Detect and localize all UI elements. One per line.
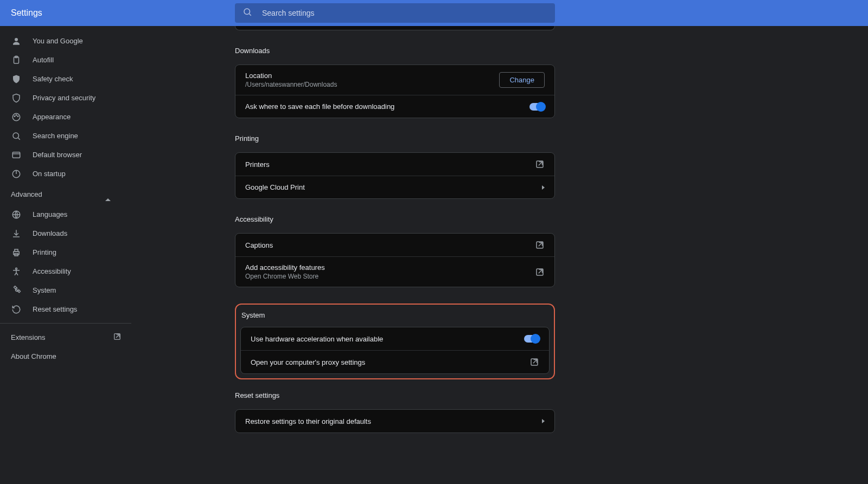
svg-line-32	[539, 243, 542, 247]
sidebar-item-label: System	[33, 286, 131, 294]
sidebar-item-appearance[interactable]: Appearance	[0, 107, 131, 126]
restore-label: Restore settings to their original defau…	[245, 417, 542, 425]
sidebar-item-label: Reset settings	[33, 305, 131, 313]
svg-line-28	[116, 334, 119, 338]
sidebar-item-label: On startup	[33, 170, 131, 178]
svg-point-0	[244, 9, 250, 15]
download-location-row: Location /Users/nateswanner/Downloads Ch…	[235, 65, 554, 95]
restore-icon	[11, 304, 22, 315]
sidebar-item-label: Extensions	[11, 333, 113, 341]
shield-check-icon	[11, 74, 22, 85]
open-in-new-icon	[535, 267, 545, 277]
sidebar-advanced-toggle[interactable]: Advanced	[0, 183, 131, 205]
sidebar-item-about[interactable]: About Chrome	[0, 347, 131, 366]
sidebar-item-accessibility[interactable]: Accessibility	[0, 262, 131, 281]
restore-defaults-row[interactable]: Restore settings to their original defau…	[235, 410, 554, 433]
reset-card: Restore settings to their original defau…	[235, 409, 555, 433]
sidebar-item-label: About Chrome	[11, 352, 131, 360]
hardware-acceleration-row: Use hardware acceleration when available	[241, 327, 549, 350]
ask-where-label: Ask where to save each file before downl…	[245, 102, 529, 111]
wrench-icon	[11, 285, 22, 296]
captions-row[interactable]: Captions	[235, 234, 554, 256]
proxy-settings-row[interactable]: Open your computer's proxy settings	[241, 350, 549, 373]
sidebar-item-default-browser[interactable]: Default browser	[0, 145, 131, 164]
sidebar-item-reset[interactable]: Reset settings	[0, 300, 131, 319]
printers-row[interactable]: Printers	[235, 153, 554, 176]
open-in-new-icon	[113, 332, 122, 343]
svg-point-6	[14, 115, 15, 117]
sidebar-item-label: Downloads	[33, 229, 131, 237]
svg-line-34	[539, 269, 542, 273]
sidebar-item-system[interactable]: System	[0, 281, 131, 300]
svg-point-7	[16, 114, 17, 115]
open-in-new-icon	[535, 159, 545, 169]
sidebar-item-label: You and Google	[33, 37, 131, 45]
printers-label: Printers	[245, 160, 535, 169]
add-accessibility-label: Add accessibility features	[245, 263, 535, 272]
ask-where-toggle[interactable]	[529, 103, 545, 111]
accessibility-icon	[11, 266, 22, 277]
search-icon	[242, 7, 252, 19]
svg-point-2	[15, 38, 18, 41]
sidebar-item-label: Privacy and security	[33, 94, 131, 102]
location-value: /Users/nateswanner/Downloads	[245, 81, 499, 88]
globe-icon	[11, 209, 22, 220]
sidebar-advanced-label: Advanced	[11, 190, 105, 198]
svg-line-36	[533, 360, 537, 364]
download-icon	[11, 228, 22, 239]
sidebar-item-search-engine[interactable]: Search engine	[0, 126, 131, 145]
sidebar-item-printing[interactable]: Printing	[0, 243, 131, 262]
sidebar-item-on-startup[interactable]: On startup	[0, 164, 131, 183]
printer-icon	[11, 247, 22, 258]
downloads-card: Location /Users/nateswanner/Downloads Ch…	[235, 64, 555, 118]
sidebar-item-languages[interactable]: Languages	[0, 205, 131, 224]
section-title-system: System	[240, 311, 550, 319]
sidebar-item-safety-check[interactable]: Safety check	[0, 69, 131, 88]
add-accessibility-row[interactable]: Add accessibility features Open Chrome W…	[235, 256, 554, 287]
svg-line-30	[539, 162, 542, 166]
section-title-downloads: Downloads	[235, 47, 555, 55]
page-title: Settings	[11, 8, 42, 18]
palette-icon	[11, 112, 22, 122]
sidebar: You and Google Autofill Safety check Pri…	[0, 26, 131, 484]
content-area: Downloads Location /Users/nateswanner/Do…	[131, 26, 868, 484]
sidebar-item-label: Appearance	[33, 113, 131, 121]
browser-icon	[11, 150, 22, 160]
sidebar-item-label: Printing	[33, 248, 131, 256]
svg-line-10	[18, 138, 20, 139]
ask-where-row: Ask where to save each file before downl…	[235, 95, 554, 118]
open-in-new-icon	[535, 240, 545, 250]
sidebar-item-label: Safety check	[33, 75, 131, 83]
sidebar-item-extensions[interactable]: Extensions	[0, 328, 131, 347]
power-icon	[11, 169, 22, 179]
change-button[interactable]: Change	[499, 72, 545, 88]
section-title-printing: Printing	[235, 134, 555, 143]
sidebar-item-privacy[interactable]: Privacy and security	[0, 88, 131, 107]
hw-accel-toggle[interactable]	[524, 335, 539, 343]
captions-label: Captions	[245, 241, 535, 249]
open-in-new-icon	[529, 357, 539, 367]
system-highlight: System Use hardware acceleration when av…	[235, 304, 555, 379]
accessibility-card: Captions Add accessibility features Open…	[235, 233, 555, 287]
location-label: Location	[245, 72, 499, 80]
svg-point-9	[13, 133, 19, 139]
add-accessibility-sub: Open Chrome Web Store	[245, 273, 535, 280]
search-input[interactable]	[262, 9, 547, 17]
gcp-label: Google Cloud Print	[245, 183, 542, 191]
chevron-up-icon	[105, 190, 111, 198]
chevron-right-icon	[542, 185, 545, 190]
sidebar-item-autofill[interactable]: Autofill	[0, 50, 131, 69]
system-card: Use hardware acceleration when available…	[240, 327, 550, 374]
search-icon	[11, 131, 22, 141]
sidebar-item-label: Search engine	[33, 132, 131, 140]
svg-line-1	[249, 14, 251, 15]
search-container[interactable]	[235, 3, 555, 23]
google-cloud-print-row[interactable]: Google Cloud Print	[235, 176, 554, 198]
partial-card	[235, 26, 555, 30]
sidebar-item-label: Autofill	[33, 56, 131, 64]
header-bar: Settings	[0, 0, 868, 26]
proxy-label: Open your computer's proxy settings	[251, 358, 529, 366]
sidebar-item-you-and-google[interactable]: You and Google	[0, 31, 131, 50]
hw-accel-label: Use hardware acceleration when available	[251, 335, 524, 343]
sidebar-item-downloads[interactable]: Downloads	[0, 224, 131, 243]
